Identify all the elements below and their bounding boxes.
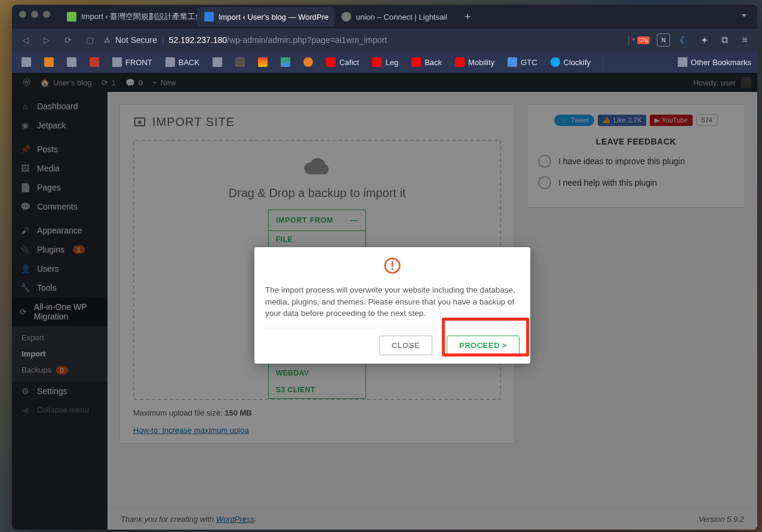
opt-s3[interactable]: S3 CLIENT: [269, 382, 365, 398]
bookmark-icon[interactable]: ▢: [82, 35, 97, 45]
bm-10[interactable]: [300, 55, 317, 69]
feedback-card: 🐦 Tweet 👍 Like 2.7K ▶ YouTube 574 LEAVE …: [527, 104, 745, 208]
reload-button[interactable]: ⟳: [61, 35, 75, 45]
youtube-count: 574: [696, 114, 718, 126]
bm-2[interactable]: [41, 55, 57, 69]
menu-dashboard[interactable]: ⌂Dashboard: [12, 97, 107, 116]
svg-point-3: [391, 268, 393, 270]
menu-collapse[interactable]: ◀Collapse menu: [12, 401, 107, 419]
bm-leg[interactable]: Leg: [368, 55, 402, 69]
tab-2-title: union – Connect | Lightsail: [356, 13, 447, 21]
bm-folder-6[interactable]: [209, 55, 226, 69]
feedback-opt-help[interactable]: I need help with this plugin: [538, 176, 734, 189]
menu-settings[interactable]: ⚙Settings: [12, 382, 107, 401]
opt-file[interactable]: FILE: [269, 231, 365, 248]
wp-footer: Thank you for creating with WordPress. V…: [107, 508, 757, 530]
svg-rect-2: [392, 262, 394, 267]
menu-comments[interactable]: 💬Comments: [12, 197, 107, 216]
avatar[interactable]: [741, 77, 751, 88]
traffic-min[interactable]: [31, 11, 38, 18]
youtube-button[interactable]: ▶ YouTube: [650, 115, 692, 126]
wordpress-link[interactable]: WordPress: [216, 515, 254, 524]
bm-9[interactable]: [277, 55, 294, 69]
bm-7[interactable]: [232, 55, 248, 69]
address-bar: ◁ ▷ ⟳ ▢ ⚠ Not Secure | 52.192.237.180/wp…: [12, 29, 757, 51]
traffic-max[interactable]: [43, 11, 50, 18]
like-button[interactable]: 👍 Like 2.7K: [598, 115, 646, 126]
new-tab-button[interactable]: +: [459, 8, 476, 25]
plugins-badge: 1: [73, 245, 85, 254]
tab-1-title: Import ‹ User's blog — WordPre: [219, 13, 328, 21]
url-host: 52.192.237.180: [169, 35, 227, 45]
ai1wm-submenu: Export Import Backups 0: [12, 326, 107, 382]
forward-button[interactable]: ▷: [39, 35, 54, 45]
bm-4[interactable]: [86, 55, 103, 69]
bm-mobility[interactable]: Mobility: [451, 55, 498, 69]
bm-folder-1[interactable]: [18, 55, 35, 69]
bm-front[interactable]: FRONT: [109, 55, 156, 69]
tab-bar: Import ‹ 臺灣空間規劃設計產業工會 — Import ‹ User's …: [12, 5, 757, 29]
menu-appearance[interactable]: 🖌Appearance: [12, 221, 107, 240]
browser-window: Import ‹ 臺灣空間規劃設計產業工會 — Import ‹ User's …: [12, 5, 757, 530]
bm-back2[interactable]: Back: [408, 55, 445, 69]
tabs-overflow-icon[interactable]: [739, 11, 749, 23]
close-button[interactable]: CLOSE: [379, 336, 432, 355]
howto-link[interactable]: How-to: Increase maximum uploa: [133, 426, 249, 435]
bm-3[interactable]: [63, 55, 80, 69]
updates-link[interactable]: ⟳ 1: [97, 78, 121, 87]
cloud-upload-icon: [304, 156, 330, 178]
submenu-backups[interactable]: Backups 0: [12, 362, 107, 378]
minus-icon: —: [351, 216, 358, 225]
import-from-header[interactable]: IMPORT FROM—: [269, 210, 365, 231]
confirm-modal: The import process will overwrite your w…: [254, 247, 530, 364]
modal-text: The import process will overwrite your w…: [265, 284, 520, 319]
warning-icon: ⚠: [104, 36, 110, 44]
menu-media[interactable]: 🖼Media: [12, 159, 107, 178]
new-link[interactable]: + New: [148, 78, 181, 87]
menu-jetpack[interactable]: ◉Jetpack: [12, 116, 107, 135]
tab-2[interactable]: union – Connect | Lightsail: [334, 7, 454, 26]
menu-pages[interactable]: 📄Pages: [12, 178, 107, 197]
bookmarks-bar: FRONT BACK Cafict Leg Back Mobility GTC …: [12, 51, 757, 73]
traffic-close[interactable]: [19, 11, 26, 18]
extensions-icon[interactable]: ✦: [698, 33, 711, 47]
moon-icon[interactable]: ☾: [677, 33, 690, 47]
warning-icon: [265, 257, 520, 277]
upload-meta: Maximum upload file size: 150 MB: [133, 408, 501, 417]
other-bookmarks[interactable]: Other Bookmarks: [678, 57, 751, 67]
tweet-button[interactable]: 🐦 Tweet: [554, 115, 594, 126]
opt-webdav[interactable]: WEBDAV: [269, 365, 365, 382]
howdy-label[interactable]: Howdy, user: [693, 78, 736, 87]
submenu-export[interactable]: Export: [12, 330, 107, 346]
tab-1[interactable]: Import ‹ User's blog — WordPre ×: [197, 7, 334, 26]
url-display[interactable]: ⚠ Not Secure | 52.192.237.180/wp-admin/a…: [104, 35, 620, 45]
menu-ai1wm[interactable]: ⟳All-in-One WP Migration: [12, 297, 107, 326]
social-buttons: 🐦 Tweet 👍 Like 2.7K ▶ YouTube 574: [538, 114, 734, 126]
menu-tools[interactable]: 🔧Tools: [12, 278, 107, 297]
bm-back[interactable]: BACK: [162, 55, 203, 69]
bm-cafict[interactable]: Cafict: [322, 55, 362, 69]
menu-posts[interactable]: 📌Posts: [12, 140, 107, 159]
menu-plugins[interactable]: 🔌Plugins1: [12, 240, 107, 259]
pip-icon[interactable]: ⧉: [718, 33, 731, 47]
notion-icon[interactable]: N: [657, 33, 670, 47]
tab-0[interactable]: Import ‹ 臺灣空間規劃設計產業工會 —: [60, 7, 197, 26]
menu-icon[interactable]: ≡: [738, 33, 751, 47]
tab-0-title: Import ‹ 臺灣空間規劃設計產業工會 —: [81, 11, 197, 22]
bm-clockify[interactable]: Clockify: [547, 55, 595, 69]
proceed-button[interactable]: PROCEED >: [447, 336, 520, 355]
not-secure-label: Not Secure: [115, 35, 157, 45]
url-path: /wp-admin/admin.php?page=ai1wm_import: [227, 35, 387, 45]
bm-8[interactable]: [254, 55, 271, 69]
wp-logo[interactable]: ⓦ: [18, 77, 35, 88]
feedback-opt-ideas[interactable]: I have ideas to improve this plugin: [538, 155, 734, 168]
traffic-lights: [19, 11, 50, 18]
submenu-import[interactable]: Import: [12, 346, 107, 362]
brave-shield[interactable]: 🛡6: [637, 36, 650, 44]
comments-link[interactable]: 💬 0: [121, 78, 148, 87]
page-title: IMPORT SITE: [133, 115, 501, 129]
site-link[interactable]: 🏠 User's blog: [35, 78, 97, 87]
bm-gtc[interactable]: GTC: [504, 55, 540, 69]
back-button[interactable]: ◁: [18, 35, 32, 45]
menu-users[interactable]: 👤Users: [12, 259, 107, 278]
